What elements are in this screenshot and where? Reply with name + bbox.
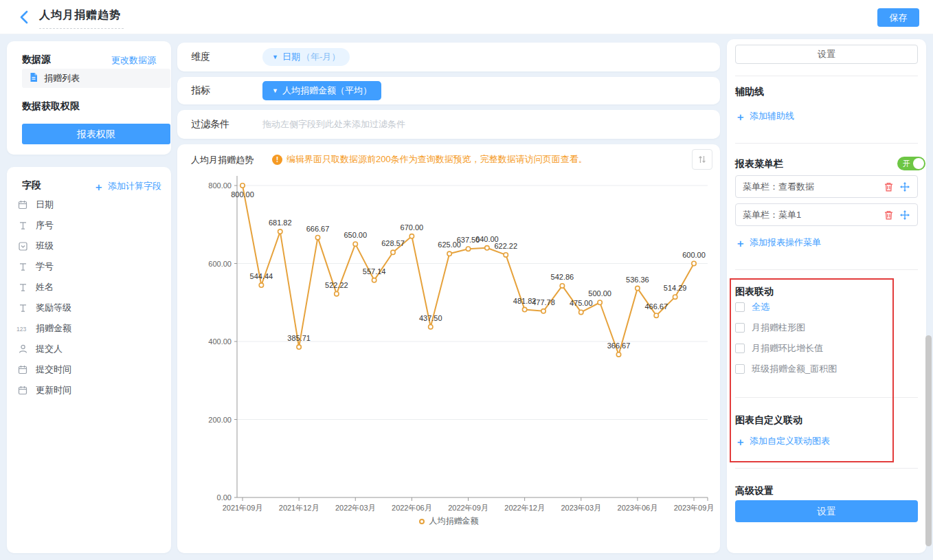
checkbox-icon[interactable] (735, 344, 745, 353)
select-icon (16, 242, 29, 251)
menu-bar-toggle[interactable]: 开 (897, 157, 925, 170)
checkbox-icon[interactable] (735, 323, 745, 333)
scrollbar-thumb[interactable] (925, 335, 932, 546)
select-all-checkbox-row[interactable]: 全选 (735, 301, 769, 313)
move-icon[interactable] (899, 181, 910, 192)
field-item[interactable]: 123捐赠金额 (7, 318, 171, 339)
svg-text:2022年12月: 2022年12月 (504, 504, 545, 512)
datasource-title: 数据源 (22, 54, 51, 66)
metric-row: 指标 ▼ 人均捐赠金额（平均） (177, 77, 720, 104)
menu-item-label: 菜单栏：查看数据 (743, 181, 877, 193)
field-item[interactable]: 提交时间 (7, 359, 171, 380)
add-report-menu-link[interactable]: ＋ 添加报表操作菜单 (735, 236, 821, 249)
advanced-title: 高级设置 (735, 485, 774, 497)
save-button[interactable]: 保存 (877, 8, 919, 27)
legend-label: 人均捐赠金额 (429, 515, 479, 527)
linkage-option-row[interactable]: 月捐赠柱形图 (735, 322, 805, 334)
trash-icon[interactable] (883, 210, 894, 221)
linkage-option-label[interactable]: 班级捐赠金额_面积图 (752, 363, 837, 375)
field-item[interactable]: 更新时间 (7, 380, 171, 401)
settings-panel: 设置 辅助线 ＋ 添加辅助线 报表菜单栏 开 菜单栏：查看数据菜单栏：菜单1 ＋… (727, 39, 926, 553)
field-item[interactable]: 序号 (7, 215, 171, 236)
sort-arrows-icon (697, 154, 708, 165)
linkage-option-row[interactable]: 月捐赠环比增长值 (735, 342, 823, 355)
field-item[interactable]: 姓名 (7, 277, 171, 298)
filter-dropzone[interactable]: 拖动左侧字段到此处来添加过滤条件 (262, 110, 405, 139)
select-all-label[interactable]: 全选 (752, 301, 769, 313)
trend-chart-svg: 0.00200.00400.00600.00800.002021年09月2021… (177, 172, 720, 536)
chevron-left-icon (16, 9, 33, 25)
field-item[interactable]: 班级 (7, 236, 171, 256)
linkage-option-label[interactable]: 月捐赠环比增长值 (752, 342, 823, 355)
sort-button[interactable] (692, 149, 712, 170)
calendar-icon (16, 200, 29, 210)
field-item-label: 姓名 (36, 281, 54, 293)
metric-pill[interactable]: ▼ 人均捐赠金额（平均） (262, 81, 381, 100)
svg-text:0.00: 0.00 (217, 493, 232, 502)
document-icon (29, 72, 38, 85)
field-item-label: 学号 (36, 260, 54, 273)
text-icon (16, 304, 29, 313)
svg-text:466.67: 466.67 (644, 302, 668, 311)
calendar-icon (16, 365, 29, 374)
chevron-down-icon: ▼ (272, 88, 278, 94)
permission-title: 数据获取权限 (22, 100, 80, 113)
linkage-option-label[interactable]: 月捐赠柱形图 (752, 322, 805, 334)
legend-marker-icon (419, 519, 425, 524)
dimension-label: 维度 (191, 43, 210, 71)
field-item-label: 更新时间 (36, 384, 71, 396)
svg-text:366.67: 366.67 (607, 341, 631, 350)
svg-text:536.36: 536.36 (626, 276, 649, 284)
field-item-label: 提交时间 (36, 363, 71, 376)
move-icon[interactable] (899, 210, 910, 221)
report-permission-button[interactable]: 报表权限 (22, 124, 170, 144)
checkbox-icon[interactable] (735, 302, 745, 312)
svg-text:514.29: 514.29 (664, 284, 687, 292)
back-button[interactable] (16, 9, 33, 25)
person-icon (16, 344, 29, 354)
linkage-option-row[interactable]: 班级捐赠金额_面积图 (735, 363, 837, 375)
dimension-pill[interactable]: ▼ 日期 （年-月） (262, 48, 350, 66)
field-item-label: 序号 (36, 219, 54, 232)
chart-settings-button[interactable]: 设置 (735, 45, 918, 64)
divider (735, 269, 918, 270)
datasource-item[interactable]: 捐赠列表 (22, 69, 170, 88)
field-item[interactable]: 提交人 (7, 339, 171, 359)
svg-text:2022年06月: 2022年06月 (392, 504, 432, 512)
field-item[interactable]: 学号 (7, 256, 171, 277)
change-datasource-link[interactable]: 更改数据源 (111, 54, 156, 67)
filter-label: 过滤条件 (191, 110, 229, 139)
field-item[interactable]: 日期 (7, 194, 171, 215)
svg-text:2023年06月: 2023年06月 (618, 504, 658, 512)
menu-item-box[interactable]: 菜单栏：查看数据 (735, 175, 918, 198)
field-list: 日期序号班级学号姓名奖励等级123捐赠金额提交人提交时间更新时间 (7, 194, 171, 401)
chart-legend[interactable]: 人均捐赠金额 (177, 515, 720, 527)
checkbox-icon[interactable] (735, 364, 745, 374)
add-custom-linkage-link[interactable]: ＋ 添加自定义联动图表 (735, 435, 830, 447)
text-icon (16, 262, 29, 271)
add-calc-field-link[interactable]: ＋ 添加计算字段 (93, 180, 161, 192)
svg-text:800.00: 800.00 (208, 181, 232, 190)
chart-title: 人均月捐赠趋势 (191, 154, 254, 166)
text-icon (16, 283, 29, 292)
svg-text:475.00: 475.00 (570, 299, 593, 307)
menu-bar-title: 报表菜单栏 (735, 158, 783, 170)
page-title[interactable]: 人均月捐赠趋势 (39, 8, 124, 29)
plus-icon: ＋ (735, 111, 745, 122)
svg-text:681.82: 681.82 (269, 219, 292, 227)
field-item[interactable]: 奖励等级 (7, 298, 171, 318)
svg-text:628.57: 628.57 (381, 239, 405, 247)
svg-text:400.00: 400.00 (208, 337, 232, 346)
trash-icon[interactable] (883, 181, 894, 192)
add-aux-line-link[interactable]: ＋ 添加辅助线 (735, 110, 794, 122)
advanced-settings-button[interactable]: 设置 (735, 500, 918, 522)
top-bar: 人均月捐赠趋势 保存 (0, 0, 933, 34)
field-item-label: 奖励等级 (36, 302, 71, 314)
svg-text:600.00: 600.00 (682, 251, 706, 259)
svg-text:2023年03月: 2023年03月 (561, 504, 601, 512)
svg-text:600.00: 600.00 (208, 260, 232, 268)
menu-item-box[interactable]: 菜单栏：菜单1 (735, 203, 918, 226)
svg-text:544.44: 544.44 (250, 272, 273, 280)
svg-text:557.14: 557.14 (363, 267, 386, 276)
number-icon: 123 (16, 324, 29, 333)
